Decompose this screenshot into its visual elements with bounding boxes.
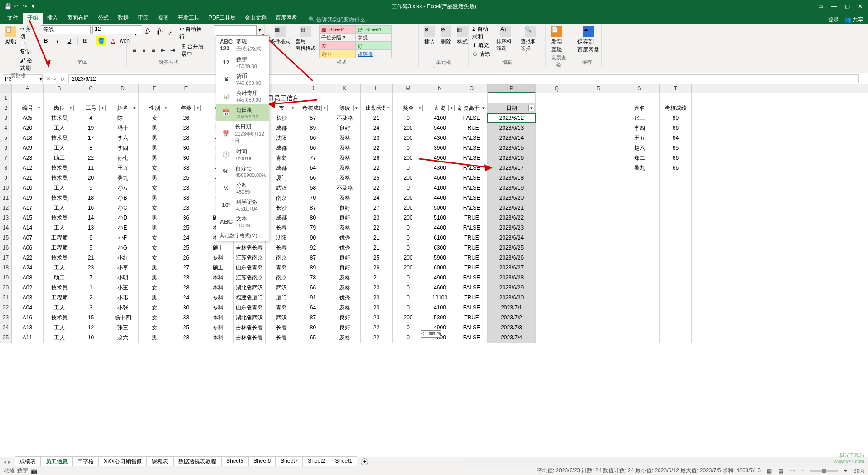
table-cell[interactable]: 长沙 xyxy=(266,113,297,123)
table-cell[interactable]: 80 xyxy=(297,323,329,333)
col-header-K[interactable]: K xyxy=(329,84,361,93)
table-cell[interactable]: 2023/6/15 xyxy=(488,143,536,153)
find-select-button[interactable]: 🔍查找和选择 xyxy=(519,25,542,53)
table-cell[interactable]: A12 xyxy=(12,163,44,173)
table-cell[interactable]: 200 xyxy=(393,173,424,183)
close-icon[interactable]: ✕ xyxy=(858,3,863,10)
filter-icon[interactable]: ▾ xyxy=(36,105,42,111)
table-cell[interactable]: 17 xyxy=(75,133,107,143)
table-cell[interactable]: 男 xyxy=(139,223,170,233)
filter-icon[interactable]: ▾ xyxy=(290,105,296,111)
table-cell[interactable]: FALSE xyxy=(456,223,488,233)
table-header-cell[interactable]: 姓名▾ xyxy=(107,103,139,113)
table-cell[interactable]: 湖北省武汉市 xyxy=(234,283,266,293)
table-cell[interactable]: 25 xyxy=(170,323,202,333)
autosum-button[interactable]: Σ 自动求和 xyxy=(472,25,493,41)
table-cell[interactable]: 6100 xyxy=(424,233,456,243)
table-cell[interactable] xyxy=(660,313,692,323)
table-cell[interactable] xyxy=(536,123,578,133)
table-cell[interactable] xyxy=(660,293,692,303)
table-cell[interactable] xyxy=(536,253,578,263)
table-cell[interactable]: 技术员 xyxy=(44,253,75,263)
row-header[interactable]: 1 xyxy=(0,93,12,103)
table-cell[interactable]: 6000 xyxy=(424,263,456,273)
clear-button[interactable]: ◇ 清除 xyxy=(472,50,493,58)
table-cell[interactable]: 及格 xyxy=(329,193,361,203)
row-header[interactable]: 15 xyxy=(0,233,12,243)
format-option-10[interactable]: ABC文本45089 xyxy=(216,213,269,230)
table-cell[interactable]: 14 xyxy=(75,213,107,223)
table-cell[interactable]: 33 xyxy=(170,313,202,323)
table-cell[interactable]: 5300 xyxy=(424,313,456,323)
table-cell[interactable]: 女 xyxy=(139,253,170,263)
table-cell[interactable]: TRUE xyxy=(456,233,488,243)
table-cell[interactable] xyxy=(536,153,578,163)
table-cell[interactable]: 小E xyxy=(107,223,139,233)
table-cell[interactable]: 2023/6/24 xyxy=(488,233,536,243)
table-cell[interactable]: 专科 xyxy=(202,293,234,303)
title-cell[interactable] xyxy=(361,93,393,103)
table-cell[interactable]: 2023/7/4 xyxy=(488,333,536,343)
table-cell[interactable]: 良好 xyxy=(329,203,361,213)
table-cell[interactable] xyxy=(536,223,578,233)
table-cell[interactable]: 30 xyxy=(170,303,202,313)
table-cell[interactable] xyxy=(578,183,619,193)
table-cell[interactable] xyxy=(619,283,660,293)
table-header-cell[interactable]: 出勤天数▾ xyxy=(361,103,393,113)
table-cell[interactable]: A21 xyxy=(12,173,44,183)
table-header-cell[interactable]: 薪资▾ xyxy=(424,103,456,113)
table-cell[interactable]: A13 xyxy=(12,323,44,333)
table-cell[interactable]: 13 xyxy=(75,223,107,233)
table-cell[interactable] xyxy=(536,313,578,323)
table-header-cell[interactable]: 薪资高于50▾ xyxy=(456,103,488,113)
table-cell[interactable]: 女 xyxy=(139,303,170,313)
table-cell[interactable]: 28 xyxy=(170,123,202,133)
table-cell[interactable]: 良好 xyxy=(329,253,361,263)
menu-tab-7[interactable]: 视图 xyxy=(153,12,173,24)
table-cell[interactable]: 技术员 xyxy=(44,173,75,183)
sheet-tab[interactable]: 成绩表 xyxy=(15,456,41,467)
table-cell[interactable]: 0 xyxy=(393,183,424,193)
table-cell[interactable]: 不及格 xyxy=(329,113,361,123)
sheet-nav-last-icon[interactable]: ▸ xyxy=(8,459,11,465)
row-header[interactable]: 10 xyxy=(0,183,12,193)
format-option-5[interactable]: 📅长日期2023年6月12日 xyxy=(216,121,269,146)
table-cell[interactable]: 郑二 xyxy=(619,153,660,163)
align-left-icon[interactable]: ≡ xyxy=(131,46,138,55)
table-cell[interactable]: 20 xyxy=(361,283,393,293)
table-cell[interactable]: 专科 xyxy=(202,253,234,263)
table-cell[interactable] xyxy=(578,333,619,343)
table-header-cell[interactable]: 等级▾ xyxy=(329,103,361,113)
cancel-formula-icon[interactable]: ✕ xyxy=(46,76,51,82)
table-cell[interactable]: 6 xyxy=(75,233,107,243)
table-cell[interactable]: 沈阳 xyxy=(266,133,297,143)
table-cell[interactable]: 杨十四 xyxy=(107,313,139,323)
table-cell[interactable]: 4600 xyxy=(424,283,456,293)
invoice-check-button[interactable]: 📄发票 查验 xyxy=(549,25,564,54)
table-cell[interactable]: 200 xyxy=(393,133,424,143)
table-cell[interactable]: 0 xyxy=(393,113,424,123)
table-cell[interactable]: A10 xyxy=(12,183,44,193)
title-cell[interactable] xyxy=(297,93,329,103)
table-cell[interactable]: TRUE xyxy=(456,243,488,253)
title-cell[interactable] xyxy=(75,93,107,103)
horizontal-scrollbar[interactable] xyxy=(462,459,862,466)
table-cell[interactable]: 2023/6/29 xyxy=(488,283,536,293)
table-cell[interactable] xyxy=(660,323,692,333)
table-cell[interactable]: 长春 xyxy=(266,223,297,233)
table-cell[interactable]: 200 xyxy=(393,123,424,133)
zoom-level[interactable]: 90% xyxy=(853,468,864,474)
table-cell[interactable]: 87 xyxy=(297,313,329,323)
format-option-1[interactable]: 12数字45089.00 xyxy=(216,54,269,71)
align-right-icon[interactable]: ≡ xyxy=(150,46,157,55)
table-cell[interactable]: 2023/6/13 xyxy=(488,123,536,133)
table-cell[interactable]: 专科 xyxy=(202,303,234,313)
title-cell[interactable] xyxy=(536,93,578,103)
table-cell[interactable] xyxy=(619,223,660,233)
table-cell[interactable]: 33 xyxy=(170,193,202,203)
table-cell[interactable]: 19 xyxy=(75,123,107,133)
table-cell[interactable]: 0 xyxy=(393,323,424,333)
table-cell[interactable]: 0 xyxy=(393,333,424,343)
table-cell[interactable]: 6300 xyxy=(424,243,456,253)
table-cell[interactable]: 吉林省长春市 xyxy=(234,333,266,343)
